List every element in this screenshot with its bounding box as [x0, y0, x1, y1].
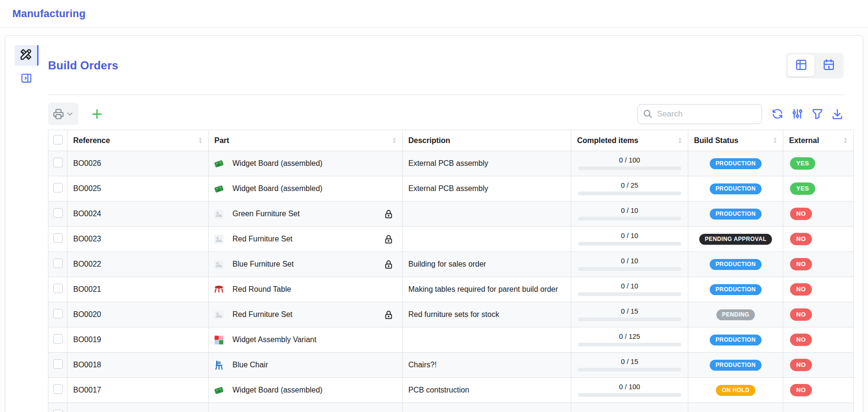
- build-status-badge: PRODUCTION: [710, 158, 762, 169]
- row-checkbox[interactable]: [53, 158, 63, 167]
- lock-icon: [384, 209, 394, 219]
- build-reference: BO0021: [73, 285, 101, 293]
- row-checkbox[interactable]: [53, 359, 63, 369]
- build-status-badge: PRODUCTION: [710, 335, 762, 345]
- sort-icon: [771, 136, 779, 144]
- build-reference: BO0020: [73, 310, 101, 318]
- part-name: Widget Assembly Variant: [232, 335, 317, 344]
- tools-icon: [19, 48, 32, 63]
- column-header-reference[interactable]: Reference: [68, 130, 209, 151]
- build-reference: BO0025: [73, 184, 101, 192]
- table-toolbar: [48, 103, 844, 125]
- part-thumbnail: [213, 385, 224, 396]
- progress-bar: [578, 317, 681, 321]
- refresh-button[interactable]: [771, 107, 784, 121]
- external-badge: NO: [790, 308, 812, 321]
- top-navigation-bar: Manufacturing: [0, 0, 868, 28]
- table-row[interactable]: BO0020 Red Furniture Set Red furniture s…: [48, 302, 854, 327]
- part-name: Red Round Table: [232, 285, 291, 294]
- table-row[interactable]: BO0026 Widget Board (assembled) External…: [48, 151, 854, 176]
- column-header-completed-items[interactable]: Completed items: [571, 130, 688, 151]
- build-description: Building for sales order: [403, 252, 571, 277]
- build-description: [403, 403, 571, 412]
- search-input[interactable]: [657, 109, 757, 119]
- progress-bar: [578, 343, 681, 346]
- part-thumbnail: [213, 259, 224, 270]
- part-name: Widget Board (assembled): [232, 159, 322, 168]
- external-badge: NO: [790, 334, 812, 346]
- add-build-order-button[interactable]: [90, 107, 104, 121]
- table-row[interactable]: BO0022 Blue Furniture Set Building for s…: [48, 252, 854, 277]
- adjust-columns-button[interactable]: [791, 107, 804, 121]
- completed-count: 0 / 10: [578, 232, 681, 240]
- row-checkbox[interactable]: [53, 183, 63, 192]
- table-row[interactable]: BO0019 Widget Assembly Variant 0 / 125 P…: [48, 327, 854, 353]
- sidebar-expand-button[interactable]: [20, 73, 32, 85]
- table-row[interactable]: BO0025 Widget Board (assembled) External…: [48, 176, 854, 201]
- build-status-badge: ON HOLD: [716, 385, 755, 396]
- chevron-down-icon: [66, 110, 74, 118]
- sort-icon: [841, 136, 849, 144]
- sidebar-item-build-orders[interactable]: [15, 45, 39, 66]
- build-status-badge: PRODUCTION: [710, 360, 762, 371]
- search-box: [637, 104, 762, 124]
- build-orders-panel: Build Orders: [5, 35, 863, 412]
- build-reference: BO0018: [73, 361, 101, 369]
- part-thumbnail: [213, 158, 224, 169]
- column-header-external[interactable]: External: [783, 130, 854, 151]
- external-badge: NO: [790, 359, 812, 371]
- external-badge: NO: [790, 384, 812, 396]
- build-status-badge: PRODUCTION: [710, 284, 762, 295]
- part-name: Red Furniture Set: [232, 235, 292, 243]
- row-checkbox[interactable]: [53, 384, 63, 394]
- print-actions-button[interactable]: [48, 103, 78, 125]
- external-badge: YES: [790, 157, 815, 170]
- row-checkbox[interactable]: [53, 259, 63, 268]
- part-thumbnail: [213, 309, 224, 320]
- row-checkbox[interactable]: [53, 410, 63, 412]
- build-status-badge: PENDING: [716, 309, 755, 320]
- completed-count: 0 / 100: [578, 156, 681, 164]
- row-checkbox[interactable]: [53, 284, 63, 293]
- table-row[interactable]: BO0021 Red Round Table Making tables req…: [48, 277, 854, 302]
- build-status-badge: PENDING APPROVAL: [699, 234, 772, 245]
- part-thumbnail: [213, 410, 224, 412]
- row-checkbox[interactable]: [53, 309, 63, 318]
- part-name: Green Furniture Set: [232, 210, 299, 218]
- search-icon: [643, 109, 653, 119]
- completed-count: 0 / 10: [578, 282, 681, 290]
- build-description: Chairs?!: [403, 353, 571, 378]
- filter-icon: [811, 107, 824, 120]
- select-all-checkbox[interactable]: [53, 135, 63, 144]
- row-checkbox[interactable]: [53, 334, 63, 344]
- completed-count: 0 / 10: [578, 207, 681, 214]
- build-status-badge: PRODUCTION: [710, 259, 762, 270]
- row-checkbox[interactable]: [53, 233, 63, 243]
- progress-bar: [578, 292, 681, 296]
- refresh-icon: [771, 107, 784, 120]
- build-status-badge: PRODUCTION: [710, 209, 762, 220]
- filter-button[interactable]: [810, 107, 824, 121]
- table-view-button[interactable]: [788, 55, 814, 77]
- part-thumbnail: [213, 335, 224, 345]
- download-button[interactable]: [830, 107, 844, 121]
- table-row[interactable]: BO0024 Green Furniture Set 0 / 10 PRODUC…: [48, 201, 854, 227]
- column-header-build-status[interactable]: Build Status: [688, 130, 783, 151]
- table-row[interactable]: [48, 403, 854, 412]
- completed-count: 0 / 15: [578, 358, 681, 365]
- table-row[interactable]: BO0023 Red Furniture Set 0 / 10 PENDING …: [48, 227, 854, 252]
- plus-icon: [90, 107, 104, 121]
- calendar-icon: [822, 58, 836, 74]
- part-thumbnail: [213, 360, 224, 371]
- calendar-view-button[interactable]: [815, 55, 842, 77]
- printer-icon: [52, 108, 65, 120]
- build-description: [403, 327, 571, 353]
- part-thumbnail: [213, 284, 224, 295]
- column-header-part[interactable]: Part: [209, 130, 403, 151]
- table-header-row: Reference Part Description Completed ite…: [48, 130, 854, 151]
- table-row[interactable]: BO0017 Widget Board (assembled) PCB cont…: [48, 378, 854, 403]
- build-status-badge: PRODUCTION: [710, 183, 762, 194]
- row-checkbox[interactable]: [53, 208, 63, 218]
- completed-count: 0 / 100: [578, 383, 681, 391]
- table-row[interactable]: BO0018 Blue Chair Chairs?! 0 / 15 PRODUC…: [48, 353, 854, 378]
